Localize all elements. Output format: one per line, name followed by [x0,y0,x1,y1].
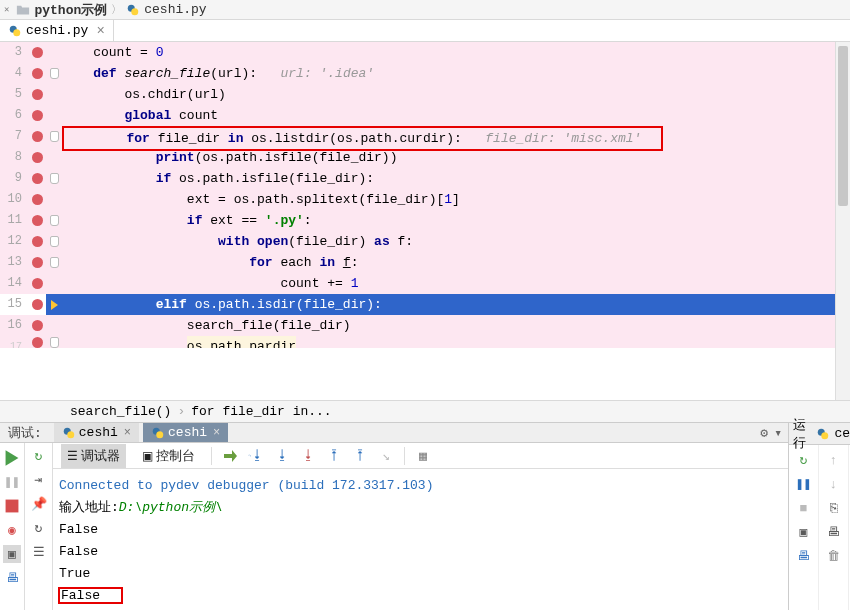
line-number: 16 [0,315,28,336]
print-button[interactable]: 🖶 [795,547,813,565]
run-tool-window: 运行 ce ↻ ❚❚ ■ ▣ 🖶 ↑ ↓ ⎘ 🖶 🗑 [788,423,850,610]
code-line[interactable]: 17 os.path.pardir [0,336,850,348]
resume-button[interactable] [3,449,21,467]
code-line[interactable]: 4 def search_file(url): url: '.idea' [0,63,850,84]
breakpoint-gutter[interactable] [28,336,46,348]
breadcrumb: ✕ python示例 〉 ceshi.py [0,0,850,20]
close-icon[interactable]: × [96,24,104,38]
console-tab[interactable]: ▣ 控制台 [136,444,201,468]
breakpoint-gutter[interactable] [28,315,46,336]
export-button[interactable]: ⎘ [825,499,843,517]
editor-scrollbar[interactable] [835,42,850,400]
nav-function[interactable]: search_file() [70,404,171,419]
code-line[interactable]: 7 for file_dir in os.listdir(os.path.cur… [0,126,850,147]
nav-statement[interactable]: for file_dir in... [191,404,331,419]
code-line[interactable]: 14 count += 1 [0,273,850,294]
code-line[interactable]: 8 print(os.path.isfile(file_dir)) [0,147,850,168]
marker-gutter [46,336,62,348]
file-tab-ceshi[interactable]: ceshi.py × [0,20,114,41]
breakpoint-gutter[interactable] [28,294,46,315]
breakpoint-gutter[interactable] [28,273,46,294]
up-button[interactable]: ↑ [825,451,843,469]
breadcrumb-dir[interactable]: python示例 [34,1,107,19]
rerun2-button[interactable]: ↻ [30,519,48,537]
breakpoint-gutter[interactable] [28,126,46,147]
debug-tab-ceshi-1[interactable]: ceshi× [54,423,139,442]
marker-gutter [46,63,62,84]
gear-icon[interactable]: ⚙ [760,425,768,441]
marker-gutter [46,126,62,147]
code-content: search_file(file_dir) [62,315,850,336]
breakpoint-gutter[interactable] [28,168,46,189]
breakpoint-gutter[interactable] [28,210,46,231]
evaluate-button[interactable]: ▦ [415,448,431,464]
code-content: elif os.path.isdir(file_dir): [62,294,850,315]
code-line[interactable]: 11 if ext == '.py': [0,210,850,231]
breakpoint-gutter[interactable] [28,147,46,168]
breadcrumb-file[interactable]: ceshi.py [144,2,206,17]
pause-button[interactable]: ❚❚ [3,473,21,491]
force-step-into-button[interactable]: ⭳ [300,448,316,464]
breakpoint-gutter[interactable] [28,84,46,105]
close-icon[interactable]: × [124,426,131,440]
python-icon [8,24,22,38]
close-icon[interactable]: ✕ [4,4,9,15]
chevron-right-icon: 〉 [111,2,122,17]
debug-tab-ceshi-2[interactable]: ceshi× [143,423,228,442]
debugger-tab[interactable]: ☰ 调试器 [61,444,126,468]
code-line[interactable]: 6 global count [0,105,850,126]
console-output-line: True [59,563,782,585]
code-line[interactable]: 12 with open(file_dir) as f: [0,231,850,252]
step-button[interactable]: ⇥ [30,471,48,489]
code-line[interactable]: 9 if os.path.isfile(file_dir): [0,168,850,189]
code-editor[interactable]: 3 count = 04 def search_file(url): url: … [0,42,850,400]
trash-button[interactable]: 🗑 [825,547,843,565]
python-icon [126,3,140,17]
more-button[interactable]: ☰ [30,543,48,561]
debug-console[interactable]: Connected to pydev debugger (build 172.3… [53,469,788,610]
rerun-button[interactable]: ↻ [795,451,813,469]
breakpoint-gutter[interactable] [28,105,46,126]
stop-button[interactable]: ■ [795,499,813,517]
code-line[interactable]: 15 elif os.path.isdir(file_dir): [0,294,850,315]
rerun-button[interactable]: ↻ [30,447,48,465]
stop-button[interactable] [3,497,21,515]
breakpoint-gutter[interactable] [28,252,46,273]
down-button[interactable]: ↓ [825,475,843,493]
pause-button[interactable]: ❚❚ [795,475,813,493]
line-number: 10 [0,189,28,210]
breakpoint-gutter[interactable] [28,189,46,210]
layout-button[interactable]: ▣ [3,545,21,563]
step-over-button[interactable]: ⭳ [248,448,264,464]
code-line[interactable]: 13 for each in f: [0,252,850,273]
drop-frame-button[interactable]: ↘ [378,448,394,464]
marker-gutter [46,105,62,126]
layout-button[interactable]: ▣ [795,523,813,541]
breakpoint-gutter[interactable] [28,63,46,84]
code-content: global count [62,105,850,126]
close-icon[interactable]: × [213,426,220,440]
step-out-button[interactable]: ⭱ [326,448,342,464]
run-to-cursor-button[interactable]: ⭱ [352,448,368,464]
view-breakpoints-button[interactable]: ◉ [3,521,21,539]
breakpoint-gutter[interactable] [28,231,46,252]
console-connected-line: Connected to pydev debugger (build 172.3… [59,475,782,497]
code-content: count = 0 [62,42,850,63]
show-exec-point-button[interactable] [222,448,238,464]
settings-button[interactable]: 🖶 [3,569,21,587]
minimize-icon[interactable]: ▾ [774,425,782,441]
run-config-name[interactable]: ce [834,426,850,441]
code-content: for file_dir in os.listdir(os.path.curdi… [62,126,850,147]
pin-button[interactable]: 📌 [30,495,48,513]
marker-gutter [46,42,62,63]
marker-gutter [46,231,62,252]
code-line[interactable]: 3 count = 0 [0,42,850,63]
code-line[interactable]: 10 ext = os.path.splitext(file_dir)[1] [0,189,850,210]
step-into-button[interactable]: ⭳ [274,448,290,464]
code-line[interactable]: 16 search_file(file_dir) [0,315,850,336]
scroll-thumb[interactable] [838,46,848,206]
save-button[interactable]: 🖶 [825,523,843,541]
code-content: if ext == '.py': [62,210,850,231]
breakpoint-gutter[interactable] [28,42,46,63]
code-line[interactable]: 5 os.chdir(url) [0,84,850,105]
